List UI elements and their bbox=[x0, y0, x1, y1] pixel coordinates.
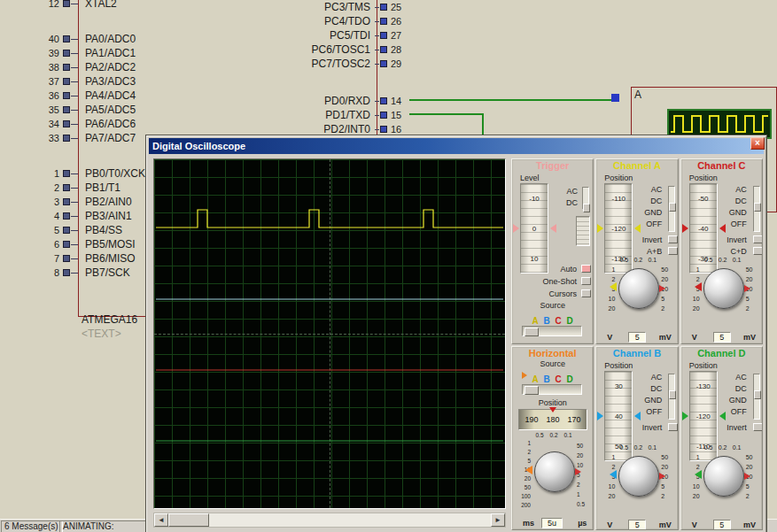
chip-reference[interactable]: ATMEGA16 bbox=[82, 313, 137, 326]
scroll-left-button[interactable]: ◄ bbox=[154, 513, 168, 527]
position-label: Position bbox=[604, 173, 633, 182]
auto-indicator[interactable] bbox=[581, 265, 591, 273]
slider-thumb[interactable] bbox=[524, 386, 539, 395]
wire-pd0[interactable] bbox=[409, 99, 613, 101]
coupling-options: ACDCGNDOFF bbox=[637, 184, 662, 230]
cursors-row: Cursors bbox=[516, 289, 591, 298]
horizontal-title: Horizontal bbox=[512, 347, 593, 359]
horizontal-source-label: Source bbox=[512, 359, 593, 368]
invert-button[interactable] bbox=[753, 235, 763, 243]
cursors-button[interactable] bbox=[581, 289, 591, 297]
switch-thumb[interactable] bbox=[754, 390, 761, 399]
position-arrow-left-icon[interactable] bbox=[682, 224, 688, 233]
wire-pd1-vertical[interactable] bbox=[482, 113, 484, 136]
control-panel: Trigger Level -10010 ACDC Auto One-Shot … bbox=[511, 158, 763, 530]
position-arrow-left-icon[interactable] bbox=[682, 412, 688, 420]
coupling-switch[interactable] bbox=[753, 374, 760, 420]
unit-volts: V bbox=[607, 333, 612, 342]
invert-button[interactable] bbox=[668, 423, 678, 431]
switch-thumb[interactable] bbox=[669, 203, 676, 212]
slider-thumb[interactable] bbox=[524, 328, 539, 336]
close-button[interactable]: × bbox=[750, 137, 765, 150]
status-animating: ANIMATING: bbox=[59, 520, 151, 532]
unit-volts: V bbox=[607, 520, 612, 529]
coupling-options: ACDCGNDOFF bbox=[722, 184, 747, 230]
knob-marker-icon bbox=[575, 468, 581, 475]
pin-labels-xtal: XTAL2 bbox=[85, 0, 117, 11]
scroll-right-button[interactable]: ► bbox=[491, 513, 505, 527]
one-shot-label: One-Shot bbox=[542, 277, 577, 286]
unit-millivolts: mV bbox=[659, 333, 672, 342]
timebase-knob-assembly: 125102050100200 0.50.20.1 5020105210.5 bbox=[516, 432, 592, 517]
sum-button[interactable] bbox=[668, 247, 678, 255]
unit-us: µs bbox=[578, 519, 587, 528]
unit-millivolts: mV bbox=[659, 520, 672, 529]
sum-label: A+B bbox=[637, 247, 662, 256]
position-label: Position bbox=[604, 361, 633, 370]
sum-label: C+D bbox=[722, 247, 747, 256]
trigger-source-label: Source bbox=[512, 301, 593, 310]
trigger-coupling-switch[interactable] bbox=[582, 187, 589, 210]
switch-thumb[interactable] bbox=[669, 390, 676, 399]
gain-knob[interactable] bbox=[703, 456, 744, 497]
close-icon: × bbox=[755, 138, 760, 148]
trigger-level-slider[interactable]: -10010 bbox=[520, 183, 548, 274]
invert-label: Invert bbox=[722, 423, 747, 432]
level-arrow-left-icon[interactable] bbox=[513, 224, 519, 233]
position-label: Position bbox=[689, 173, 718, 182]
wire-junction-dot bbox=[611, 94, 619, 102]
auto-label: Auto bbox=[560, 265, 577, 274]
horizontal-section: Horizontal Source ABCD Position 19018017… bbox=[511, 346, 594, 530]
one-shot-button[interactable] bbox=[581, 277, 591, 285]
wire-pd1[interactable] bbox=[409, 113, 482, 115]
window-titlebar[interactable]: Digital Oscilloscope bbox=[149, 138, 764, 154]
status-messages[interactable]: 6 Message(s) bbox=[1, 520, 63, 532]
unit-millivolts: mV bbox=[743, 333, 756, 342]
waveform-traces bbox=[154, 159, 505, 508]
trigger-fine-slider[interactable] bbox=[576, 216, 590, 246]
channel-b-title: Channel B bbox=[596, 347, 677, 359]
gain-knob[interactable] bbox=[618, 268, 659, 309]
oscilloscope-window[interactable]: Digital Oscilloscope × ◄ ► Trigger Level… bbox=[145, 135, 767, 532]
pin-labels-portb: PB0/T0/XCKPB1/T1PB2/AIN0PB3/AIN1PB4/SSPB… bbox=[85, 166, 145, 280]
scope-display bbox=[153, 158, 506, 509]
coupling-switch[interactable] bbox=[753, 186, 760, 232]
trigger-source-slider[interactable] bbox=[522, 326, 582, 336]
gain-scale-top: 0.50.20.1 bbox=[617, 257, 659, 263]
timebase-knob[interactable] bbox=[534, 451, 575, 492]
position-label: Position bbox=[689, 361, 718, 370]
horizontal-scrollbar[interactable]: ◄ ► bbox=[153, 513, 506, 528]
channel-d-title: Channel D bbox=[681, 347, 762, 359]
sum-button[interactable] bbox=[753, 247, 763, 255]
trigger-title: Trigger bbox=[512, 159, 593, 171]
gain-scale-top: 0.50.20.1 bbox=[702, 257, 744, 263]
invert-button[interactable] bbox=[668, 235, 678, 243]
channel-a-title: Channel A bbox=[596, 159, 677, 171]
knob-marker-icon bbox=[659, 473, 665, 480]
gain-scale-top: 0.50.20.1 bbox=[617, 444, 659, 451]
gain-knob[interactable] bbox=[703, 268, 744, 309]
gain-value: 5 bbox=[628, 520, 646, 530]
position-arrow-left-icon[interactable] bbox=[597, 224, 603, 233]
pin-labels-portc: PC3/TMSPC4/TDOPC5/TDIPC6/TOSC1PC7/TOSC2 bbox=[259, 0, 370, 71]
invert-button[interactable] bbox=[753, 423, 763, 431]
knob-pointer-icon bbox=[525, 466, 532, 474]
horizontal-source-slider[interactable] bbox=[522, 384, 582, 395]
switch-thumb[interactable] bbox=[583, 204, 590, 212]
switch-thumb[interactable] bbox=[754, 203, 761, 212]
coupling-switch[interactable] bbox=[668, 186, 675, 232]
knob-marker-icon bbox=[744, 473, 750, 480]
gain-knob-assembly: 1251020 0.50.20.1 50201052 bbox=[685, 444, 761, 520]
level-arrow-right-icon[interactable] bbox=[550, 224, 556, 233]
knob-pointer-icon bbox=[695, 470, 702, 479]
one-shot-row: One-Shot bbox=[516, 276, 591, 286]
coupling-switch[interactable] bbox=[668, 374, 675, 420]
gain-value: 5 bbox=[713, 332, 731, 343]
channel-c-title: Channel C bbox=[681, 159, 762, 171]
gain-knob[interactable] bbox=[618, 456, 659, 497]
scrollbar-thumb[interactable] bbox=[168, 513, 209, 527]
position-arrow-left-icon[interactable] bbox=[597, 412, 603, 420]
coupling-options: ACDCGNDOFF bbox=[637, 372, 662, 418]
knob-marker-icon bbox=[659, 285, 665, 292]
horizontal-position-label: Position bbox=[512, 398, 593, 407]
